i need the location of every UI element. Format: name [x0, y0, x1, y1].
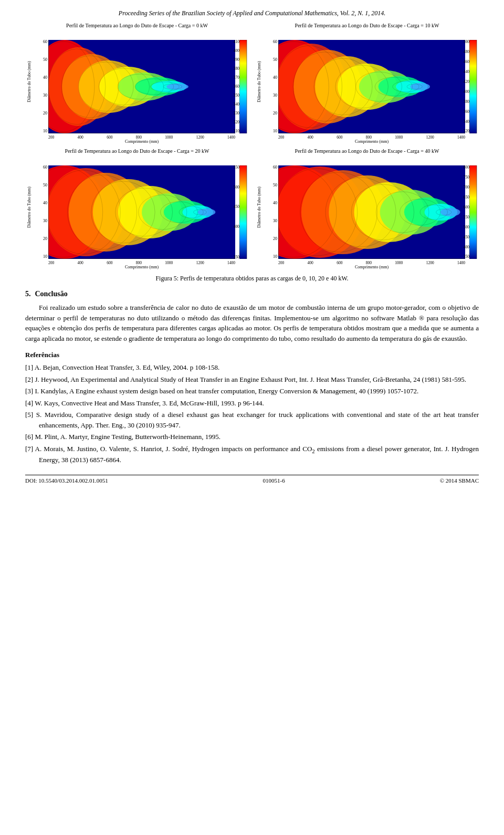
chart-10kw: Diâmetro do Tubo (mm) 605040302010 [255, 29, 479, 145]
y-axis-label-0: Diâmetro do Tubo (mm) [25, 29, 33, 133]
chart-area-1 [278, 40, 465, 133]
x-axis-label-0: Comprimento (mm) [48, 139, 235, 144]
fig-0kw-title: Perfil de Temperatura ao Longo do Duto d… [66, 23, 208, 28]
figure-caption-text: Figura 5: Perfis de temperatura obtidos … [155, 275, 348, 282]
references-list: [1] A. Bejan, Convection Heat Transfer, … [25, 362, 479, 465]
figures-grid: Perfil de Temperatura ao Longo do Duto d… [25, 23, 479, 270]
reference-4: [4] W. Kays, Convective Heat and Mass Tr… [25, 398, 479, 409]
colorbar-ticks-1: 500480460440420400380360340320 [464, 40, 469, 133]
y-axis-label-3: Diâmetro do Tubo (mm) [255, 155, 262, 259]
reference-2: [2] J. Heywood, An Experimental and Anal… [25, 374, 479, 385]
x-axis-label-1: Comprimento (mm) [278, 139, 465, 144]
colorbar-0 [239, 40, 249, 133]
chart-0kw: Diâmetro do Tubo (mm) 605040302010 [25, 29, 249, 145]
figure-10kw: Perfil de Temperatura ao Longo do Duto d… [255, 23, 479, 145]
page-header: Proceeding Series of the Brazilian Socie… [25, 9, 479, 17]
xtick-labels-3: 200400600800100012001400 [278, 260, 465, 265]
chart-40kw: Diâmetro do Tubo (mm) 605040302010 [255, 155, 479, 270]
reference-7: [7] A. Morais, M. Justino, O. Valente, S… [25, 444, 479, 465]
figure-20kw: Perfil de Temperatura ao Longo do Duto d… [25, 148, 249, 270]
colorbar-ticks-0: 410400390380370360350340330320310 [234, 40, 239, 133]
ytick-labels-3: 605040302010 [262, 165, 277, 259]
chart-area-2 [48, 165, 235, 259]
ytick-labels-0: 605040302010 [33, 40, 47, 133]
footer-doi: DOI: 10.5540/03.2014.002.01.0051 [25, 477, 108, 484]
colorbar-1 [469, 40, 479, 133]
figure-0kw: Perfil de Temperatura ao Longo do Duto d… [25, 23, 249, 145]
references-heading-text: Referências [25, 351, 59, 359]
svg-rect-43 [469, 40, 477, 133]
references-heading: Referências [25, 351, 479, 359]
colorbar-ticks-2: 550500450400350 [234, 165, 239, 259]
figure-caption: Figura 5: Perfis de temperatura obtidos … [25, 275, 479, 283]
svg-rect-21 [239, 40, 247, 133]
x-axis-label-2: Comprimento (mm) [48, 265, 235, 269]
chart-area-3 [278, 165, 465, 259]
y-axis-label-2: Diâmetro do Tubo (mm) [25, 155, 33, 259]
fig-10kw-title: Perfil de Temperatura ao Longo do Duto d… [295, 23, 439, 28]
y-axis-label-1: Diâmetro do Tubo (mm) [255, 29, 262, 133]
reference-3: [3] I. Kandylas, A Engine exhaust system… [25, 386, 479, 396]
x-axis-label-3: Comprimento (mm) [278, 265, 465, 269]
xtick-labels-0: 200400600800100012001400 [48, 135, 235, 140]
xtick-labels-2: 200400600800100012001400 [48, 260, 235, 265]
footer-copyright: © 2014 SBMAC [440, 477, 479, 484]
figure-40kw: Perfil de Temperatura ao Longo do Duto d… [255, 148, 479, 270]
ytick-labels-1: 605040302010 [262, 40, 277, 133]
section-title: Conclusão [35, 290, 68, 298]
colorbar-ticks-3: 800750700650600550500450400350 [464, 165, 469, 259]
section-heading: 5. Conclusão [25, 290, 479, 298]
ytick-labels-2: 605040302010 [33, 165, 47, 259]
colorbar-3 [469, 165, 479, 259]
reference-5: [5] S. Mavridou, Comparative design stud… [25, 410, 479, 430]
svg-rect-87 [469, 165, 477, 259]
header-text: Proceeding Series of the Brazilian Socie… [119, 9, 385, 17]
page-footer: DOI: 10.5540/03.2014.002.01.0051 010051-… [25, 475, 479, 484]
fig-40kw-title: Perfil de Temperatura ao Longo do Duto d… [295, 148, 439, 154]
reference-1: [1] A. Bejan, Convection Heat Transfer, … [25, 362, 479, 373]
reference-6: [6] M. Plint, A. Martyr, Engine Testing,… [25, 432, 479, 442]
section-number: 5. [25, 290, 31, 298]
footer-page: 010051-6 [263, 477, 285, 484]
svg-point-75 [440, 208, 460, 216]
fig-20kw-title: Perfil de Temperatura ao Longo do Duto d… [65, 148, 209, 154]
xtick-labels-1: 200400600800100012001400 [278, 135, 465, 140]
svg-rect-65 [239, 165, 247, 259]
body-paragraph-1: Foi realizado um estudo sobre a transfer… [25, 302, 479, 343]
chart-20kw: Diâmetro do Tubo (mm) 605040302010 [25, 155, 249, 270]
colorbar-2 [239, 165, 249, 259]
chart-area-0 [48, 40, 235, 133]
